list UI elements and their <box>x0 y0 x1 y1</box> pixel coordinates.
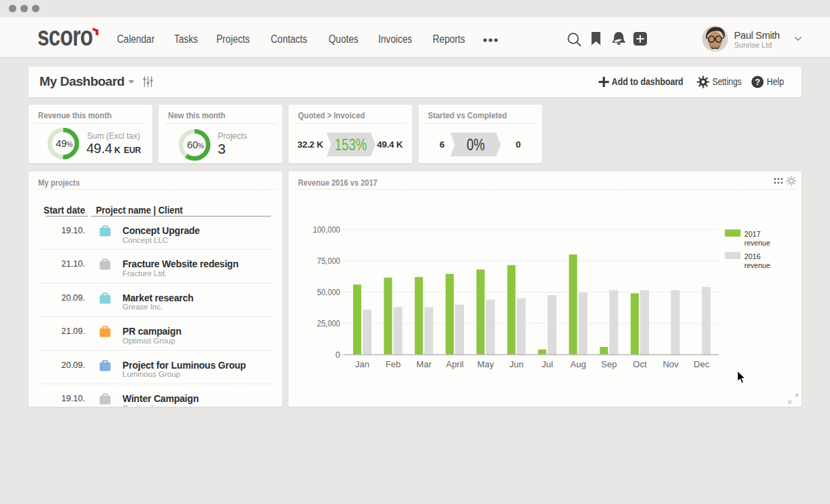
svg-text:revenue: revenue <box>744 239 770 247</box>
svg-text:Mar: Mar <box>416 359 432 369</box>
svg-text:May: May <box>478 359 495 369</box>
svg-text:49: 49 <box>56 138 67 149</box>
svg-text:25,000: 25,000 <box>317 318 340 329</box>
svg-text:50,000: 50,000 <box>317 287 340 297</box>
svg-text:Nov: Nov <box>663 359 679 369</box>
svg-text:Jun: Jun <box>510 359 524 369</box>
svg-text:60: 60 <box>187 139 198 150</box>
svg-text:Aug: Aug <box>570 359 586 369</box>
svg-text:Jan: Jan <box>355 359 369 369</box>
svg-text:100,000: 100,000 <box>313 224 340 235</box>
svg-text:Feb: Feb <box>386 359 401 369</box>
svg-text:Sep: Sep <box>601 359 617 369</box>
svg-text:Jul: Jul <box>542 359 553 369</box>
svg-text:2017: 2017 <box>744 230 761 238</box>
svg-text:0: 0 <box>335 350 340 360</box>
svg-text:revenue: revenue <box>744 261 770 269</box>
svg-text:April: April <box>446 359 463 369</box>
svg-text:Oct: Oct <box>633 359 647 369</box>
svg-text:Dec: Dec <box>694 359 710 369</box>
svg-text:2016: 2016 <box>744 252 761 261</box>
svg-text:?: ? <box>755 77 761 87</box>
svg-text:75,000: 75,000 <box>317 256 340 266</box>
svg-text:%: % <box>67 141 73 148</box>
svg-text:%: % <box>198 142 204 150</box>
